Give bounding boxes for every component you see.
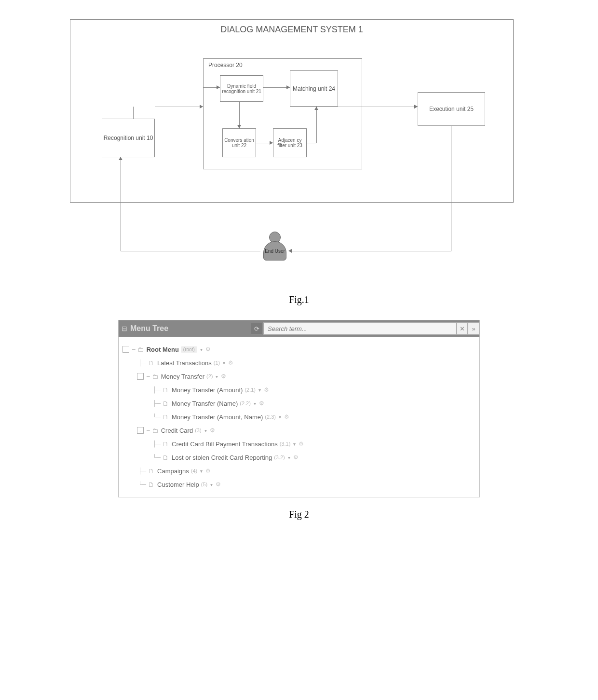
tree-connector-icon: ├─ xyxy=(138,359,146,366)
node-id: (4) xyxy=(191,468,197,474)
recognition-label: Recognition unit 10 xyxy=(104,135,153,141)
tree-connector-icon: └─ xyxy=(152,413,161,420)
conversation-unit-box: Convers ation unit 22 xyxy=(222,128,256,157)
gear-icon[interactable]: ⚙ xyxy=(205,467,211,474)
node-label[interactable]: Money Transfer (Name) xyxy=(172,400,238,407)
gear-icon[interactable]: ⚙ xyxy=(205,346,211,353)
page-icon: 🗋 xyxy=(163,454,169,461)
menu-tree-panel: ⊟ Menu Tree ⟳ ✕ » -–🗀Root Menu(root)▾⚙├─… xyxy=(118,320,480,497)
processor-label: Processor 20 xyxy=(208,62,243,69)
node-id: (5) xyxy=(201,481,207,487)
chevron-down-icon[interactable]: ▾ xyxy=(254,401,256,406)
folder-icon: 🗀 xyxy=(137,346,144,353)
tree-row[interactable]: └─🗋Lost or stolen Credit Card Reporting(… xyxy=(122,451,476,464)
gear-icon[interactable]: ⚙ xyxy=(259,400,264,407)
tree-row[interactable]: -–🗀Root Menu(root)▾⚙ xyxy=(122,343,476,356)
folder-icon: 🗀 xyxy=(152,373,158,380)
node-label[interactable]: Customer Help xyxy=(157,481,199,488)
tree-connector-icon: ├─ xyxy=(152,386,161,393)
chevron-down-icon[interactable]: ▾ xyxy=(210,482,213,487)
expand-button[interactable]: » xyxy=(468,322,479,335)
execution-label: Execution unit 25 xyxy=(429,106,474,112)
tree-row[interactable]: ├─🗋Money Transfer (Amount)(2.1)▾⚙ xyxy=(122,383,476,397)
collapse-icon[interactable]: ⊟ xyxy=(122,325,127,332)
gear-icon[interactable]: ⚙ xyxy=(264,386,269,393)
page-icon: 🗋 xyxy=(148,481,154,488)
root-badge: (root) xyxy=(181,346,197,353)
refresh-button[interactable]: ⟳ xyxy=(251,323,262,334)
chevron-down-icon[interactable]: ▾ xyxy=(200,347,203,352)
dynamic-label: Dynamic field recognition unit 21 xyxy=(221,83,262,94)
tree-row[interactable]: └─🗋Customer Help(5)▾⚙ xyxy=(122,478,476,491)
gear-icon[interactable]: ⚙ xyxy=(299,440,304,447)
tree-connector-icon: └─ xyxy=(152,454,161,461)
chevron-down-icon[interactable]: ▾ xyxy=(288,455,290,460)
gear-icon[interactable]: ⚙ xyxy=(210,427,215,434)
gear-icon[interactable]: ⚙ xyxy=(284,413,289,420)
matching-label: Matching unit 24 xyxy=(293,85,335,92)
tree-connector-icon: ├─ xyxy=(138,467,146,474)
clear-search-button[interactable]: ✕ xyxy=(456,322,468,335)
toggle-button[interactable]: - xyxy=(122,346,129,353)
node-label[interactable]: Latest Transactions xyxy=(157,359,212,367)
fig1-diagram: DIALOG MANAGEMENT SYSTEM 1 Recognition u… xyxy=(70,19,528,280)
chevron-down-icon[interactable]: ▾ xyxy=(279,414,281,420)
toggle-button[interactable]: - xyxy=(137,373,144,380)
node-id: (2) xyxy=(206,373,213,379)
page-icon: 🗋 xyxy=(148,467,154,475)
gear-icon[interactable]: ⚙ xyxy=(221,373,226,380)
node-label[interactable]: Credit Card Bill Payment Transactions xyxy=(172,440,278,448)
page-icon: 🗋 xyxy=(163,386,169,394)
recognition-unit-box: Recognition unit 10 xyxy=(102,119,155,157)
adjacency-label: Adjacen cy filter unit 23 xyxy=(274,137,305,148)
fig2-caption: Fig 2 xyxy=(19,509,579,520)
folder-icon: 🗀 xyxy=(152,427,158,434)
chevron-down-icon[interactable]: ▾ xyxy=(223,360,225,366)
tree-connector-icon: ├─ xyxy=(152,440,161,447)
gear-icon[interactable]: ⚙ xyxy=(228,359,233,366)
system-box: DIALOG MANAGEMENT SYSTEM 1 Recognition u… xyxy=(70,19,514,203)
node-label[interactable]: Lost or stolen Credit Card Reporting xyxy=(172,454,272,461)
tree-row[interactable]: ├─🗋Campaigns(4)▾⚙ xyxy=(122,464,476,478)
node-label[interactable]: Credit Card xyxy=(161,427,193,434)
adjacency-filter-box: Adjacen cy filter unit 23 xyxy=(273,128,307,157)
node-id: (1) xyxy=(214,360,220,366)
panel-header: ⊟ Menu Tree ⟳ ✕ » xyxy=(119,320,479,337)
chevron-down-icon[interactable]: ▾ xyxy=(216,374,218,379)
node-label[interactable]: Campaigns xyxy=(157,467,189,475)
matching-unit-box: Matching unit 24 xyxy=(290,70,338,107)
page-icon: 🗋 xyxy=(148,359,154,367)
page-icon: 🗋 xyxy=(163,413,169,421)
conversation-label: Convers ation unit 22 xyxy=(224,137,255,148)
gear-icon[interactable]: ⚙ xyxy=(216,481,221,488)
tree-row[interactable]: └─🗋Money Transfer (Amount, Name)(2.3)▾⚙ xyxy=(122,410,476,424)
page-icon: 🗋 xyxy=(163,400,169,407)
end-user-label: End User xyxy=(265,248,285,254)
chevron-down-icon[interactable]: ▾ xyxy=(200,468,203,474)
toggle-button[interactable]: - xyxy=(137,427,144,434)
dynamic-field-box: Dynamic field recognition unit 21 xyxy=(220,75,263,102)
tree-row[interactable]: -–🗀Money Transfer(2)▾⚙ xyxy=(122,370,476,383)
tree-connector-icon: ├─ xyxy=(152,400,161,407)
node-label[interactable]: Money Transfer xyxy=(161,373,204,380)
search-input[interactable] xyxy=(263,322,456,335)
node-id: (2.1) xyxy=(245,387,256,393)
gear-icon[interactable]: ⚙ xyxy=(293,454,299,461)
node-label[interactable]: Root Menu xyxy=(147,346,179,353)
tree-row[interactable]: ├─🗋Credit Card Bill Payment Transactions… xyxy=(122,437,476,451)
tree-row[interactable]: -–🗀Credit Card(3)▾⚙ xyxy=(122,424,476,437)
node-id: (3.1) xyxy=(280,441,291,447)
end-user-icon: End User xyxy=(260,232,289,265)
system-title: DIALOG MANAGEMENT SYSTEM 1 xyxy=(220,25,363,35)
chevron-down-icon[interactable]: ▾ xyxy=(258,387,261,393)
fig1-caption: Fig.1 xyxy=(19,294,579,305)
tree-row[interactable]: ├─🗋Latest Transactions(1)▾⚙ xyxy=(122,356,476,370)
tree-connector-icon: └─ xyxy=(138,481,146,488)
page-icon: 🗋 xyxy=(163,440,169,448)
chevron-down-icon[interactable]: ▾ xyxy=(293,441,296,447)
tree-row[interactable]: ├─🗋Money Transfer (Name)(2.2)▾⚙ xyxy=(122,397,476,410)
node-id: (2.3) xyxy=(265,414,276,420)
chevron-down-icon[interactable]: ▾ xyxy=(204,428,207,433)
node-label[interactable]: Money Transfer (Amount) xyxy=(172,386,243,394)
node-label[interactable]: Money Transfer (Amount, Name) xyxy=(172,413,263,421)
